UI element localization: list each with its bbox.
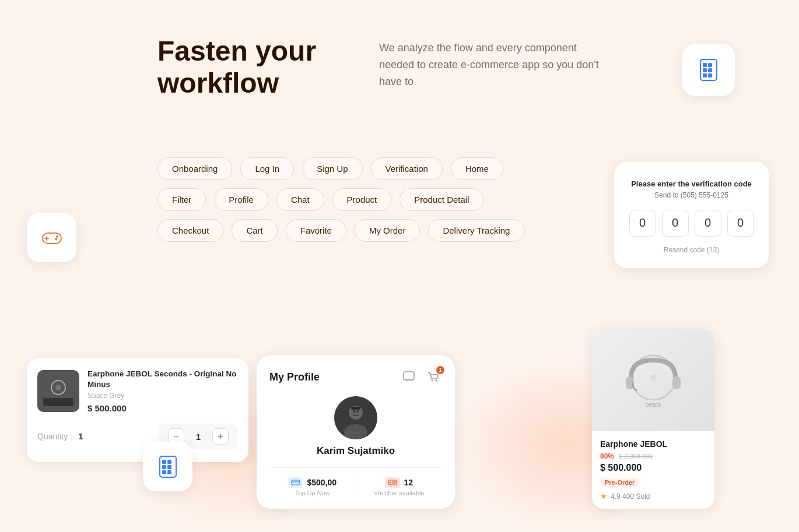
voucher-count: 12 bbox=[404, 478, 413, 487]
svg-rect-23 bbox=[404, 372, 414, 380]
tag-cart[interactable]: Cart bbox=[232, 219, 277, 242]
cart-badge: 1 bbox=[436, 366, 444, 374]
product-info: Earphone JEBOL Seconds - Original No Min… bbox=[87, 369, 238, 413]
svg-rect-41 bbox=[672, 376, 681, 389]
tag-login[interactable]: Log In bbox=[240, 157, 294, 180]
pd-discount: 80% bbox=[600, 452, 614, 460]
topup-icon-row: $500,00 bbox=[288, 477, 337, 488]
headphone-illustration: beats bbox=[615, 343, 691, 418]
tags-container: Onboarding Log In Sign Up Verification H… bbox=[157, 157, 524, 242]
product-name: Earphone JEBOL Seconds - Original No Min… bbox=[87, 369, 238, 390]
tag-delivery-tracking[interactable]: Delivery Tracking bbox=[428, 219, 524, 242]
svg-rect-5 bbox=[703, 73, 707, 77]
tag-verification[interactable]: Verification bbox=[371, 157, 443, 180]
quantity-row: Quantity : 1 − 1 + bbox=[37, 424, 238, 449]
pd-price: $ 500.000 bbox=[600, 463, 706, 473]
profile-header: My Profile 1 bbox=[269, 368, 442, 386]
stat-voucher[interactable]: 12 Voucher available bbox=[356, 477, 443, 496]
profile-title: My Profile bbox=[269, 371, 320, 383]
product-card: Earphone JEBOL Seconds - Original No Min… bbox=[27, 358, 248, 462]
svg-rect-6 bbox=[708, 73, 712, 77]
tag-home[interactable]: Home bbox=[451, 157, 503, 180]
pd-original-price: $ 2.000.000 bbox=[619, 453, 653, 460]
hero-description: We analyze the flow and every component … bbox=[379, 35, 601, 90]
tag-product[interactable]: Product bbox=[332, 188, 392, 211]
otp-input-3[interactable] bbox=[695, 210, 721, 237]
stat-topup[interactable]: $500,00 Top Up Now bbox=[269, 477, 356, 496]
svg-rect-14 bbox=[43, 398, 73, 406]
product-detail-info: Earphone JEBOL 80% $ 2.000.000 $ 500.000… bbox=[592, 431, 714, 509]
svg-text:beats: beats bbox=[646, 401, 661, 408]
tag-checkout[interactable]: Checkout bbox=[157, 219, 223, 242]
profile-name: Karim Sujatmiko bbox=[317, 445, 395, 457]
svg-rect-2 bbox=[708, 63, 712, 67]
tags-row-3: Checkout Cart Favorite My Order Delivery… bbox=[157, 219, 524, 242]
tag-filter[interactable]: Filter bbox=[157, 188, 206, 211]
verify-title: Please enter the verification code bbox=[628, 178, 755, 190]
gamepad-icon bbox=[39, 225, 65, 251]
topup-icon bbox=[288, 477, 303, 488]
svg-point-42 bbox=[650, 374, 657, 381]
pd-product-name: Earphone JEBOL bbox=[600, 439, 706, 449]
resend-code[interactable]: Resend code (13) bbox=[628, 246, 755, 254]
tag-profile[interactable]: Profile bbox=[214, 188, 268, 211]
svg-point-29 bbox=[353, 410, 355, 413]
profile-action-icons: 1 bbox=[400, 368, 442, 386]
tags-row-1: Onboarding Log In Sign Up Verification H… bbox=[157, 157, 524, 180]
tag-myorder[interactable]: My Order bbox=[355, 219, 420, 242]
svg-rect-22 bbox=[167, 470, 171, 474]
otp-input-2[interactable] bbox=[662, 210, 689, 237]
svg-rect-18 bbox=[167, 460, 171, 464]
cart-icon[interactable]: 1 bbox=[425, 368, 442, 386]
pd-rating: 4.9 400 Sold bbox=[611, 492, 650, 501]
svg-point-10 bbox=[56, 235, 58, 238]
product-price: $ 500.000 bbox=[87, 403, 238, 413]
voucher-icon-row: 12 bbox=[385, 477, 413, 488]
svg-rect-32 bbox=[292, 480, 300, 485]
svg-rect-4 bbox=[708, 68, 712, 72]
phone-card-bottom bbox=[143, 442, 192, 491]
hero-title: Fasten your workflow bbox=[157, 35, 332, 99]
product-variant: Space Grey bbox=[87, 392, 238, 400]
tags-row-2: Filter Profile Chat Product Product Deta… bbox=[157, 188, 524, 211]
svg-rect-40 bbox=[626, 376, 634, 389]
svg-rect-20 bbox=[167, 465, 171, 469]
tag-chat[interactable]: Chat bbox=[276, 188, 324, 211]
profile-avatar-section: Karim Sujatmiko bbox=[269, 396, 442, 457]
profile-stats: $500,00 Top Up Now 12 Voucher available bbox=[269, 467, 442, 497]
svg-point-11 bbox=[55, 238, 57, 240]
svg-point-35 bbox=[390, 481, 391, 483]
product-thumbnail bbox=[37, 370, 79, 412]
tag-onboarding[interactable]: Onboarding bbox=[157, 157, 232, 180]
verify-subtitle: Send to (505) 555-0125 bbox=[628, 191, 755, 199]
svg-rect-19 bbox=[162, 465, 166, 469]
svg-point-24 bbox=[432, 380, 433, 382]
product-detail-card: beats Earphone JEBOL 80% $ 2.000.000 $ 5… bbox=[592, 329, 714, 509]
quantity-display: 1 bbox=[192, 432, 204, 442]
profile-card: My Profile 1 bbox=[257, 355, 455, 509]
phone-icon bbox=[696, 57, 721, 83]
pd-rating-row: ★ 4.9 400 Sold bbox=[600, 492, 706, 501]
otp-input-4[interactable] bbox=[727, 210, 754, 237]
chat-icon[interactable] bbox=[400, 368, 418, 386]
product-detail-image: beats bbox=[592, 329, 714, 431]
quantity-label-group: Quantity : 1 bbox=[37, 431, 83, 442]
svg-point-25 bbox=[436, 380, 437, 382]
voucher-label: Voucher available bbox=[374, 489, 425, 496]
product-card-top: Earphone JEBOL Seconds - Original No Min… bbox=[37, 369, 238, 413]
avatar bbox=[334, 396, 377, 439]
tag-favorite[interactable]: Favorite bbox=[286, 219, 346, 242]
rating-star-icon: ★ bbox=[600, 492, 607, 501]
svg-rect-1 bbox=[703, 63, 707, 67]
tag-product-detail[interactable]: Product Detail bbox=[400, 188, 483, 211]
phone-icon-bottom bbox=[155, 454, 181, 480]
otp-input-1[interactable] bbox=[629, 210, 656, 237]
quantity-label: Quantity : bbox=[37, 432, 72, 441]
svg-point-30 bbox=[356, 410, 359, 413]
topup-amount: $500,00 bbox=[307, 478, 337, 487]
pd-badge: Pre-Order bbox=[600, 478, 639, 487]
tag-signup[interactable]: Sign Up bbox=[302, 157, 362, 180]
quantity-increase-button[interactable]: + bbox=[212, 428, 229, 445]
pd-discount-row: 80% $ 2.000.000 bbox=[600, 452, 706, 460]
gamepad-card bbox=[27, 213, 76, 262]
